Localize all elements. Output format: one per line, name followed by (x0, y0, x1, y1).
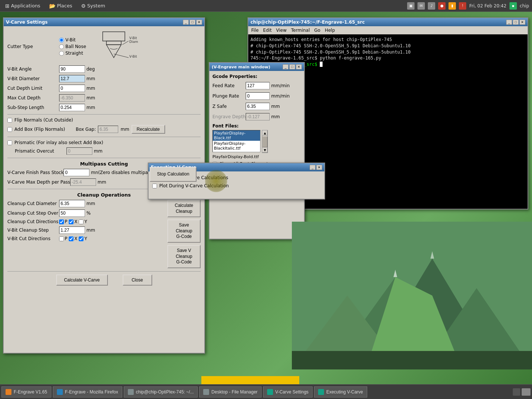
vcarve-settings-titlebar[interactable]: V-Carve Settings _ □ ✕ (4, 18, 204, 26)
taskbar-filemanager[interactable]: Desktop - File Manager (199, 386, 262, 398)
terminal-line-3: # chip-OptiPlex-745 SSH-2.0-OpenSSH_5.9p… (250, 49, 525, 55)
vbit-cleanup-step-input[interactable] (59, 226, 85, 234)
taskbar-fengrave-label: F-Engrave V1.65 (14, 389, 47, 395)
applications-icon: ⊞ (5, 3, 10, 9)
separator-1 (7, 114, 201, 115)
places-menu[interactable]: 📂 Places (47, 2, 74, 10)
plot-during-checkbox[interactable] (152, 184, 157, 188)
vbit-p-checkbox[interactable] (59, 236, 64, 241)
cleanup-y-checkbox-label[interactable]: Y (79, 219, 87, 224)
vbit-x-checkbox[interactable] (69, 236, 74, 241)
scroll-up[interactable]: ▲ (262, 130, 267, 136)
calculate-vcarve-button[interactable]: Calculate V-Carve (56, 274, 108, 286)
executing-minimize[interactable]: _ (310, 165, 316, 170)
font-item-1[interactable]: PlayfairDisplay-BlackItalic.ttf (213, 141, 260, 151)
sub-step-length-row: Sub-Step Length mm (7, 104, 201, 111)
cleanup-stepover-unit: % (86, 211, 91, 216)
scroll-thumb[interactable] (262, 136, 267, 147)
terminal-menu-terminal[interactable]: Terminal (291, 28, 310, 33)
terminal-menu-help[interactable]: Help (325, 28, 335, 33)
taskbar-fengrave[interactable]: F-Engrave V1.65 (1, 386, 51, 398)
vbit-p-checkbox-label[interactable]: P (59, 236, 67, 241)
vbit-angle-input[interactable] (59, 65, 85, 73)
terminal-maximize[interactable]: □ (513, 20, 519, 25)
stop-calculation-button[interactable]: Stop Calculation (150, 167, 197, 182)
taskbar-terminal[interactable]: chip@chip-OptiPlex-745: ~/... (124, 386, 198, 398)
taskbar-executing-vcarve[interactable]: Executing V-Carve (314, 386, 367, 398)
ballnose-radio-input[interactable] (59, 44, 64, 49)
scroll-down[interactable]: ▼ (262, 147, 267, 153)
plot-during-label: Plot During V-Carve Calculation (159, 183, 229, 188)
straight-radio[interactable]: Straight (59, 51, 86, 56)
terminal-menu-file[interactable]: File (251, 28, 259, 33)
finish-stock-label: V-Carve Finish Pass Stock (7, 170, 64, 175)
close-button[interactable]: ✕ (196, 20, 202, 25)
vbit-x-checkbox-label[interactable]: X (69, 236, 77, 241)
system-icon: ⚙ (81, 3, 86, 9)
terminal-minimize[interactable]: _ (506, 20, 512, 25)
applications-menu[interactable]: ⊞ Applications (3, 2, 42, 10)
close-button-settings[interactable]: Close (123, 274, 152, 286)
system-menu[interactable]: ⚙ System (79, 2, 108, 10)
maximize-button[interactable]: □ (190, 20, 195, 25)
gcode-controls: _ □ ✕ (283, 64, 302, 69)
cleanup-x-checkbox-label[interactable]: X (69, 219, 77, 224)
cleanup-diameter-input[interactable] (59, 200, 85, 207)
sub-step-length-input[interactable] (59, 104, 85, 111)
cleanup-stepover-input[interactable] (59, 209, 85, 217)
terminal-close[interactable]: ✕ (519, 20, 525, 25)
save-cleanup-gcode-button[interactable]: Save CleanupG-Code (167, 219, 201, 243)
gcode-close[interactable]: ✕ (296, 64, 302, 69)
z-safe-input[interactable] (246, 103, 270, 110)
ballnose-radio[interactable]: Ball Nose (59, 44, 86, 49)
finish-stock-input[interactable] (64, 169, 89, 176)
taskbar-firefox[interactable]: F-Engrave - Mozilla Firefox (53, 386, 122, 398)
terminal-menu-view[interactable]: View (276, 28, 286, 33)
system-label: System (87, 3, 105, 8)
terminal-menu-edit[interactable]: Edit (263, 28, 272, 33)
vbit-radio-input[interactable] (59, 38, 64, 42)
cut-depth-limit-input[interactable] (59, 85, 85, 92)
straight-radio-input[interactable] (59, 51, 64, 56)
vbit-diagram: V-Bit Diameter V-Bit Angle (90, 30, 134, 63)
terminal-line-2: # chip-OptiPlex-745 SSH-2.0-OpenSSH_5.9p… (250, 43, 525, 49)
terminal-titlebar[interactable]: chip@chip-OptiPlex-745:~/F-Engrave-1.65_… (248, 18, 528, 26)
font-listbox[interactable]: PlayfairDisplay-Black.ttf PlayfairDispla… (212, 130, 260, 152)
plunge-rate-unit: mm/min (271, 93, 290, 99)
max-cut-depth-input (59, 94, 85, 102)
prismatic-checkbox[interactable] (7, 140, 12, 145)
gcode-titlebar[interactable]: (V-Engrave main window) _ □ ✕ (209, 63, 304, 71)
gcode-maximize[interactable]: □ (289, 64, 295, 69)
font-scrollbar[interactable]: ▲ ▼ (262, 130, 268, 153)
cleanup-p-checkbox[interactable] (59, 219, 64, 224)
box-gap-unit: mm (120, 127, 129, 132)
terminal-menu-go[interactable]: Go (314, 28, 321, 33)
save-v-cleanup-gcode-button[interactable]: Save V CleanupG-Code (167, 245, 201, 268)
calculate-cleanup-button[interactable]: CalculateCleanup (167, 200, 201, 217)
applications-label: Applications (11, 3, 40, 8)
font-item-0[interactable]: PlayfairDisplay-Black.ttf (213, 130, 260, 141)
plunge-rate-input[interactable] (246, 92, 270, 100)
taskbar-vcarve-settings[interactable]: V-Carve Settings (263, 386, 313, 398)
vbit-y-checkbox[interactable] (79, 236, 83, 241)
feed-rate-input[interactable] (246, 82, 270, 89)
cleanup-fields: Cleanup Cut Diameter mm Cleanup Cut Step… (7, 200, 164, 268)
mail-icon: ✉ (417, 2, 425, 10)
cleanup-p-checkbox-label[interactable]: P (59, 219, 67, 224)
recalculate-button[interactable]: Recalculate (132, 125, 165, 134)
add-box-checkbox[interactable] (7, 127, 12, 132)
gcode-minimize[interactable]: _ (283, 64, 289, 69)
vbit-y-checkbox-label[interactable]: Y (79, 236, 87, 241)
cleanup-x-checkbox[interactable] (69, 219, 74, 224)
executing-close[interactable]: ✕ (316, 165, 322, 170)
terminal-title: chip@chip-OptiPlex-745:~/F-Engrave-1.65_… (250, 20, 365, 25)
flip-normals-checkbox[interactable] (7, 118, 12, 123)
vbit-diameter-input[interactable] (59, 75, 85, 82)
cleanup-y-checkbox[interactable] (79, 219, 83, 224)
taskbar-right-icon-1 (513, 388, 520, 396)
cutter-type-row: Cutter Type V-Bit Ball Nose Straight (7, 30, 201, 63)
sub-step-length-unit: mm (86, 105, 95, 110)
minimize-button[interactable]: _ (183, 20, 189, 25)
places-icon: 📂 (49, 3, 55, 9)
vbit-radio[interactable]: V-Bit (59, 37, 86, 42)
